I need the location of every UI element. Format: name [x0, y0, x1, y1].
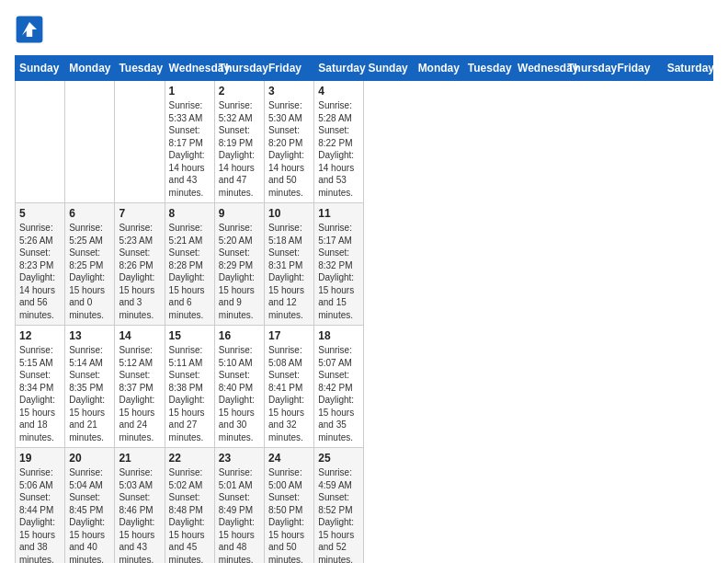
day-info: Sunrise: 5:32 AM Sunset: 8:19 PM Dayligh…	[219, 99, 260, 199]
day-info: Sunrise: 5:20 AM Sunset: 8:29 PM Dayligh…	[219, 222, 260, 321]
calendar-cell	[115, 81, 165, 203]
day-number: 10	[268, 207, 310, 220]
col-header-sunday: Sunday	[16, 56, 65, 81]
calendar-header-row: SundayMondayTuesdayWednesdayThursdayFrid…	[16, 56, 713, 81]
calendar-cell	[16, 81, 65, 203]
calendar-cell: 12Sunrise: 5:15 AM Sunset: 8:34 PM Dayli…	[16, 326, 65, 448]
calendar-cell: 23Sunrise: 5:01 AM Sunset: 8:49 PM Dayli…	[214, 448, 264, 564]
day-number: 16	[219, 329, 260, 342]
calendar-cell: 25Sunrise: 4:59 AM Sunset: 8:52 PM Dayli…	[314, 448, 364, 564]
day-info: Sunrise: 5:11 AM Sunset: 8:38 PM Dayligh…	[169, 344, 210, 443]
day-number: 6	[69, 207, 110, 220]
day-number: 3	[268, 85, 310, 98]
calendar-cell: 7Sunrise: 5:23 AM Sunset: 8:26 PM Daylig…	[115, 203, 165, 326]
day-info: Sunrise: 5:03 AM Sunset: 8:46 PM Dayligh…	[119, 466, 160, 563]
calendar-cell: 15Sunrise: 5:11 AM Sunset: 8:38 PM Dayli…	[165, 326, 214, 448]
day-number: 12	[19, 329, 61, 342]
calendar-cell: 17Sunrise: 5:08 AM Sunset: 8:41 PM Dayli…	[265, 326, 314, 448]
day-info: Sunrise: 5:08 AM Sunset: 8:41 PM Dayligh…	[268, 344, 310, 443]
day-info: Sunrise: 5:26 AM Sunset: 8:23 PM Dayligh…	[19, 222, 61, 321]
day-info: Sunrise: 5:00 AM Sunset: 8:50 PM Dayligh…	[268, 466, 310, 563]
calendar-cell: 21Sunrise: 5:03 AM Sunset: 8:46 PM Dayli…	[115, 448, 165, 564]
day-info: Sunrise: 5:33 AM Sunset: 8:17 PM Dayligh…	[169, 99, 210, 199]
day-info: Sunrise: 5:07 AM Sunset: 8:42 PM Dayligh…	[318, 344, 359, 443]
logo	[15, 15, 48, 44]
col-header-monday: Monday	[414, 56, 463, 81]
calendar-week-row: 5Sunrise: 5:26 AM Sunset: 8:23 PM Daylig…	[16, 203, 713, 326]
col-header-monday: Monday	[65, 56, 115, 81]
calendar-cell: 22Sunrise: 5:02 AM Sunset: 8:48 PM Dayli…	[165, 448, 214, 564]
day-info: Sunrise: 5:12 AM Sunset: 8:37 PM Dayligh…	[119, 344, 160, 443]
calendar-cell: 1Sunrise: 5:33 AM Sunset: 8:17 PM Daylig…	[165, 81, 214, 203]
col-header-wednesday: Wednesday	[165, 56, 214, 81]
col-header-tuesday: Tuesday	[115, 56, 165, 81]
page-header	[15, 15, 713, 44]
calendar-week-row: 19Sunrise: 5:06 AM Sunset: 8:44 PM Dayli…	[16, 448, 713, 564]
calendar-cell	[65, 81, 115, 203]
day-info: Sunrise: 5:01 AM Sunset: 8:49 PM Dayligh…	[219, 466, 260, 563]
calendar-cell: 19Sunrise: 5:06 AM Sunset: 8:44 PM Dayli…	[16, 448, 65, 564]
day-number: 21	[119, 452, 160, 465]
day-info: Sunrise: 5:04 AM Sunset: 8:45 PM Dayligh…	[69, 466, 110, 563]
day-number: 14	[119, 329, 160, 342]
logo-icon	[15, 15, 44, 44]
day-info: Sunrise: 5:10 AM Sunset: 8:40 PM Dayligh…	[219, 344, 260, 443]
day-number: 18	[318, 329, 359, 342]
calendar-cell: 6Sunrise: 5:25 AM Sunset: 8:25 PM Daylig…	[65, 203, 115, 326]
day-number: 25	[318, 452, 359, 465]
day-info: Sunrise: 5:17 AM Sunset: 8:32 PM Dayligh…	[318, 222, 359, 321]
day-number: 24	[268, 452, 310, 465]
day-info: Sunrise: 5:28 AM Sunset: 8:22 PM Dayligh…	[318, 99, 359, 199]
day-number: 19	[19, 452, 61, 465]
calendar-cell: 5Sunrise: 5:26 AM Sunset: 8:23 PM Daylig…	[16, 203, 65, 326]
day-number: 4	[318, 85, 359, 98]
day-number: 15	[169, 329, 210, 342]
col-header-sunday: Sunday	[364, 56, 414, 81]
day-number: 11	[318, 207, 359, 220]
day-info: Sunrise: 5:25 AM Sunset: 8:25 PM Dayligh…	[69, 222, 110, 321]
col-header-thursday: Thursday	[563, 56, 613, 81]
calendar-cell: 4Sunrise: 5:28 AM Sunset: 8:22 PM Daylig…	[314, 81, 364, 203]
day-number: 23	[219, 452, 260, 465]
calendar-cell: 11Sunrise: 5:17 AM Sunset: 8:32 PM Dayli…	[314, 203, 364, 326]
col-header-saturday: Saturday	[314, 56, 364, 81]
col-header-tuesday: Tuesday	[463, 56, 513, 81]
calendar-cell: 16Sunrise: 5:10 AM Sunset: 8:40 PM Dayli…	[214, 326, 264, 448]
calendar-cell: 8Sunrise: 5:21 AM Sunset: 8:28 PM Daylig…	[165, 203, 214, 326]
calendar-cell: 18Sunrise: 5:07 AM Sunset: 8:42 PM Dayli…	[314, 326, 364, 448]
calendar-week-row: 1Sunrise: 5:33 AM Sunset: 8:17 PM Daylig…	[16, 81, 713, 203]
calendar-week-row: 12Sunrise: 5:15 AM Sunset: 8:34 PM Dayli…	[16, 326, 713, 448]
col-header-wednesday: Wednesday	[514, 56, 563, 81]
col-header-friday: Friday	[265, 56, 314, 81]
col-header-thursday: Thursday	[214, 56, 264, 81]
day-number: 1	[169, 85, 210, 98]
calendar-cell: 9Sunrise: 5:20 AM Sunset: 8:29 PM Daylig…	[214, 203, 264, 326]
calendar-cell: 10Sunrise: 5:18 AM Sunset: 8:31 PM Dayli…	[265, 203, 314, 326]
day-number: 2	[219, 85, 260, 98]
day-number: 5	[19, 207, 61, 220]
calendar-table: SundayMondayTuesdayWednesdayThursdayFrid…	[15, 55, 713, 563]
day-info: Sunrise: 5:18 AM Sunset: 8:31 PM Dayligh…	[268, 222, 310, 321]
calendar-cell: 3Sunrise: 5:30 AM Sunset: 8:20 PM Daylig…	[265, 81, 314, 203]
day-number: 9	[219, 207, 260, 220]
day-number: 17	[268, 329, 310, 342]
day-info: Sunrise: 5:06 AM Sunset: 8:44 PM Dayligh…	[19, 466, 61, 563]
day-number: 20	[69, 452, 110, 465]
day-number: 7	[119, 207, 160, 220]
day-number: 13	[69, 329, 110, 342]
day-info: Sunrise: 5:23 AM Sunset: 8:26 PM Dayligh…	[119, 222, 160, 321]
day-info: Sunrise: 4:59 AM Sunset: 8:52 PM Dayligh…	[318, 466, 359, 563]
calendar-cell: 2Sunrise: 5:32 AM Sunset: 8:19 PM Daylig…	[214, 81, 264, 203]
calendar-cell: 20Sunrise: 5:04 AM Sunset: 8:45 PM Dayli…	[65, 448, 115, 564]
day-number: 22	[169, 452, 210, 465]
day-info: Sunrise: 5:02 AM Sunset: 8:48 PM Dayligh…	[169, 466, 210, 563]
day-info: Sunrise: 5:30 AM Sunset: 8:20 PM Dayligh…	[268, 99, 310, 199]
day-info: Sunrise: 5:21 AM Sunset: 8:28 PM Dayligh…	[169, 222, 210, 321]
col-header-friday: Friday	[613, 56, 663, 81]
day-info: Sunrise: 5:15 AM Sunset: 8:34 PM Dayligh…	[19, 344, 61, 443]
col-header-saturday: Saturday	[663, 56, 712, 81]
calendar-cell: 24Sunrise: 5:00 AM Sunset: 8:50 PM Dayli…	[265, 448, 314, 564]
day-number: 8	[169, 207, 210, 220]
calendar-cell: 13Sunrise: 5:14 AM Sunset: 8:35 PM Dayli…	[65, 326, 115, 448]
calendar-cell: 14Sunrise: 5:12 AM Sunset: 8:37 PM Dayli…	[115, 326, 165, 448]
